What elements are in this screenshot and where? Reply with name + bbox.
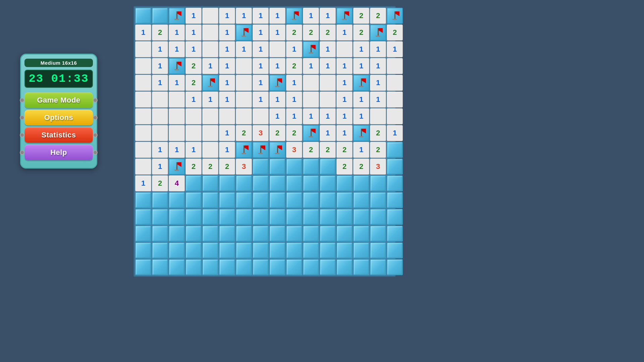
table-row[interactable] (152, 192, 168, 208)
table-row[interactable] (219, 242, 235, 258)
table-row[interactable] (320, 192, 336, 208)
table-row[interactable]: 2 (269, 125, 285, 141)
table-row[interactable] (185, 259, 202, 275)
table-row[interactable] (320, 175, 336, 191)
table-row[interactable]: 1 (353, 142, 369, 158)
table-row[interactable] (219, 226, 235, 242)
table-row[interactable] (387, 92, 403, 108)
table-row[interactable]: 1 (152, 75, 168, 91)
table-row[interactable]: 2 (336, 159, 353, 175)
table-row[interactable] (353, 125, 369, 141)
statistics-button[interactable]: Statistics (24, 127, 93, 143)
table-row[interactable]: 1 (269, 58, 285, 74)
table-row[interactable] (353, 209, 369, 225)
table-row[interactable]: 1 (336, 75, 353, 91)
table-row[interactable] (169, 242, 185, 258)
table-row[interactable] (152, 8, 168, 24)
table-row[interactable] (320, 209, 336, 225)
table-row[interactable] (286, 159, 302, 175)
table-row[interactable]: 2 (320, 142, 336, 158)
table-row[interactable] (387, 108, 403, 124)
table-row[interactable] (387, 58, 403, 74)
table-row[interactable]: 1 (269, 8, 285, 24)
table-row[interactable] (185, 175, 202, 191)
table-row[interactable] (202, 242, 218, 258)
table-row[interactable]: 1 (135, 175, 151, 191)
table-row[interactable] (387, 259, 403, 275)
table-row[interactable] (370, 24, 386, 41)
table-row[interactable]: 1 (202, 58, 218, 74)
table-row[interactable] (236, 226, 252, 242)
table-row[interactable]: 1 (152, 41, 168, 57)
table-row[interactable] (236, 24, 252, 41)
table-row[interactable] (135, 75, 151, 91)
table-row[interactable]: 3 (286, 142, 302, 158)
table-row[interactable]: 1 (169, 24, 185, 41)
table-row[interactable]: 1 (353, 108, 369, 124)
table-row[interactable] (135, 41, 151, 57)
table-row[interactable] (387, 159, 403, 175)
table-row[interactable]: 1 (152, 159, 168, 175)
table-row[interactable] (303, 192, 319, 208)
table-row[interactable] (336, 41, 353, 57)
table-row[interactable] (336, 226, 353, 242)
table-row[interactable] (152, 242, 168, 258)
table-row[interactable] (269, 192, 285, 208)
table-row[interactable]: 2 (387, 24, 403, 41)
table-row[interactable] (236, 175, 252, 191)
table-row[interactable] (185, 108, 202, 124)
table-row[interactable]: 3 (253, 125, 269, 141)
table-row[interactable] (370, 259, 386, 275)
table-row[interactable]: 1 (320, 41, 336, 57)
table-row[interactable] (336, 175, 353, 191)
table-row[interactable] (320, 92, 336, 108)
table-row[interactable]: 1 (303, 8, 319, 24)
table-row[interactable] (336, 242, 353, 258)
table-row[interactable]: 1 (219, 92, 235, 108)
table-row[interactable] (152, 226, 168, 242)
table-row[interactable] (320, 159, 336, 175)
table-row[interactable] (202, 125, 218, 141)
table-row[interactable] (269, 226, 285, 242)
table-row[interactable] (303, 159, 319, 175)
table-row[interactable] (370, 226, 386, 242)
table-row[interactable]: 3 (236, 159, 252, 175)
table-row[interactable] (236, 259, 252, 275)
table-row[interactable]: 1 (269, 24, 285, 41)
table-row[interactable] (202, 259, 218, 275)
table-row[interactable]: 2 (303, 142, 319, 158)
table-row[interactable] (303, 175, 319, 191)
table-row[interactable]: 1 (219, 41, 235, 57)
table-row[interactable] (236, 92, 252, 108)
table-row[interactable]: 1 (269, 92, 285, 108)
table-row[interactable]: 1 (370, 41, 386, 57)
table-row[interactable] (152, 209, 168, 225)
table-row[interactable] (387, 8, 403, 24)
table-row[interactable] (269, 41, 285, 57)
table-row[interactable] (286, 209, 302, 225)
table-row[interactable] (387, 142, 403, 158)
table-row[interactable] (236, 209, 252, 225)
table-row[interactable] (202, 226, 218, 242)
table-row[interactable] (236, 142, 252, 158)
table-row[interactable] (169, 58, 185, 74)
table-row[interactable] (253, 226, 269, 242)
table-row[interactable]: 1 (320, 125, 336, 141)
table-row[interactable] (387, 192, 403, 208)
table-row[interactable] (303, 125, 319, 141)
table-row[interactable] (320, 226, 336, 242)
table-row[interactable] (202, 75, 218, 91)
table-row[interactable]: 1 (185, 8, 202, 24)
table-row[interactable] (135, 159, 151, 175)
help-button[interactable]: Help (24, 145, 93, 160)
table-row[interactable]: 2 (353, 24, 369, 41)
table-row[interactable] (353, 242, 369, 258)
table-row[interactable] (269, 209, 285, 225)
table-row[interactable] (286, 8, 302, 24)
table-row[interactable]: 1 (169, 142, 185, 158)
table-row[interactable] (185, 242, 202, 258)
table-row[interactable]: 1 (185, 41, 202, 57)
table-row[interactable]: 1 (303, 58, 319, 74)
table-row[interactable]: 2 (370, 8, 386, 24)
game-mode-button[interactable]: Game Mode (24, 93, 93, 108)
